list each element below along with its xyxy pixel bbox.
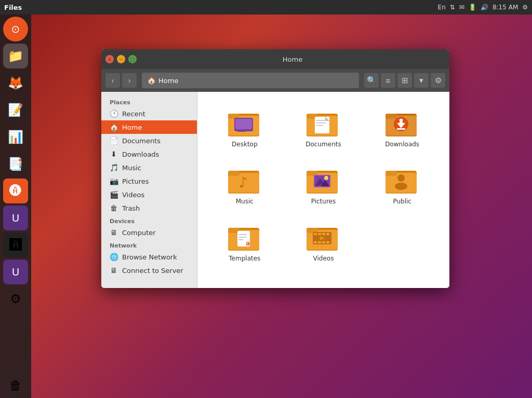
sidebar-item-videos-label: Videos bbox=[122, 191, 144, 199]
server-icon: 🖥 bbox=[110, 266, 118, 275]
file-item-templates[interactable]: a Templates bbox=[208, 216, 282, 268]
firefox-icon: 🦊 bbox=[8, 76, 23, 90]
svg-rect-64 bbox=[314, 241, 317, 243]
sidebar-item-recent-label: Recent bbox=[122, 110, 145, 118]
time-display: 8:15 AM bbox=[493, 4, 518, 11]
grid-view-button[interactable]: ⊞ bbox=[397, 73, 412, 88]
location-bar[interactable]: 🏠 Home bbox=[142, 73, 359, 88]
sidebar-item-documents[interactable]: 📄 Documents bbox=[101, 134, 197, 147]
file-item-music[interactable]: ♪ Music bbox=[208, 159, 282, 211]
ubuntu-one-icon: U bbox=[12, 212, 20, 224]
sidebar-item-home-label: Home bbox=[122, 123, 142, 131]
sidebar-item-home[interactable]: 🏠 Home bbox=[101, 120, 197, 134]
main-content: Places 🕐 Recent 🏠 Home 📄 Documents ⬇ Dow… bbox=[101, 92, 449, 288]
network-icon: 🌐 bbox=[110, 253, 118, 261]
svg-rect-53 bbox=[238, 239, 244, 240]
trash-sidebar-icon: 🗑 bbox=[110, 204, 118, 212]
launcher-item-trash[interactable]: 🗑 bbox=[3, 373, 28, 398]
ubuntu-one-2-icon: U bbox=[12, 266, 20, 278]
gear-button[interactable]: ⚙ bbox=[431, 73, 445, 88]
minimize-button[interactable]: − bbox=[117, 55, 125, 63]
sort-dropdown-button[interactable]: ▾ bbox=[414, 73, 429, 88]
grid-view-icon: ⊞ bbox=[402, 76, 408, 85]
svg-rect-43 bbox=[385, 171, 397, 176]
sidebar-item-music[interactable]: 🎵 Music bbox=[101, 161, 197, 174]
minimize-icon: − bbox=[119, 57, 123, 62]
list-view-button[interactable]: ≡ bbox=[381, 73, 395, 88]
sidebar-item-documents-label: Documents bbox=[122, 137, 161, 145]
sidebar-item-downloads[interactable]: ⬇ Downloads bbox=[101, 147, 197, 161]
file-item-videos[interactable]: Videos bbox=[287, 216, 361, 268]
close-button[interactable]: × bbox=[105, 55, 114, 63]
svg-rect-6 bbox=[240, 129, 244, 131]
launcher-item-ubuntu[interactable]: ⊙ bbox=[3, 17, 28, 42]
titlebar: × − □ Home bbox=[101, 49, 449, 69]
videos-label: Videos bbox=[313, 255, 334, 262]
public-label: Public bbox=[393, 198, 411, 205]
trash-launcher-icon: 🗑 bbox=[9, 378, 22, 393]
topbar-indicators: En ⇅ ✉ 🔋 🔊 8:15 AM ⚙ bbox=[438, 4, 528, 11]
launcher-item-firefox[interactable]: 🦊 bbox=[3, 71, 28, 95]
sidebar-item-computer[interactable]: 🖥 Computer bbox=[101, 226, 197, 239]
sidebar-item-pictures-label: Pictures bbox=[122, 177, 149, 185]
sidebar-item-browse-network[interactable]: 🌐 Browse Network bbox=[101, 250, 197, 264]
sidebar-item-connect-to-server[interactable]: 🖥 Connect to Server bbox=[101, 264, 197, 277]
public-folder-icon bbox=[385, 166, 419, 195]
templates-label: Templates bbox=[229, 255, 260, 262]
svg-rect-15 bbox=[316, 125, 323, 126]
launcher-item-writer[interactable]: 📝 bbox=[3, 98, 28, 122]
calc-icon: 📊 bbox=[8, 130, 23, 144]
downloads-icon: ⬇ bbox=[110, 150, 118, 158]
battery-indicator: 🔋 bbox=[469, 4, 476, 11]
svg-rect-5 bbox=[235, 119, 252, 129]
svg-rect-66 bbox=[322, 241, 325, 243]
svg-rect-21 bbox=[385, 114, 397, 119]
svg-point-45 bbox=[395, 183, 407, 190]
settings-indicator[interactable]: ⚙ bbox=[522, 4, 528, 11]
music-folder-icon: ♪ bbox=[228, 166, 261, 195]
documents-icon: 📄 bbox=[110, 136, 118, 145]
home-icon: 🏠 bbox=[110, 123, 118, 131]
file-item-downloads[interactable]: Downloads bbox=[365, 102, 439, 154]
desktop-folder-icon bbox=[228, 108, 261, 138]
keyboard-indicator: En bbox=[438, 4, 446, 11]
launcher-item-settings[interactable]: ⚙ bbox=[3, 286, 28, 311]
file-item-public[interactable]: Public bbox=[365, 159, 439, 211]
back-button[interactable]: ‹ bbox=[105, 73, 120, 88]
file-item-pictures[interactable]: Pictures bbox=[287, 159, 361, 211]
sidebar-item-trash[interactable]: 🗑 Trash bbox=[101, 201, 197, 215]
launcher-item-ubuntu-one[interactable]: U bbox=[3, 205, 28, 230]
pictures-icon: 📷 bbox=[110, 177, 118, 185]
maximize-button[interactable]: □ bbox=[128, 55, 137, 63]
desktop-label: Desktop bbox=[232, 141, 258, 148]
recent-icon: 🕐 bbox=[110, 109, 118, 118]
launcher-item-amazon[interactable]: 🅰 bbox=[3, 232, 28, 257]
videos-folder-icon bbox=[307, 223, 340, 252]
launcher-item-calc[interactable]: 📊 bbox=[3, 125, 28, 149]
svg-rect-29 bbox=[228, 171, 240, 176]
forward-button[interactable]: › bbox=[122, 73, 137, 88]
file-grid: Desktop Documents bbox=[197, 92, 449, 288]
launcher-item-ubuntu-one-2[interactable]: U bbox=[3, 259, 28, 284]
file-item-documents[interactable]: Documents bbox=[287, 102, 361, 154]
sidebar-item-videos[interactable]: 🎬 Videos bbox=[101, 188, 197, 201]
svg-rect-52 bbox=[238, 237, 247, 238]
file-item-desktop[interactable]: Desktop bbox=[208, 102, 282, 154]
launcher-item-software[interactable]: 🅐 bbox=[3, 179, 28, 203]
pictures-folder-icon bbox=[307, 166, 340, 195]
search-button[interactable]: 🔍 bbox=[364, 73, 379, 88]
toolbar-actions: 🔍 ≡ ⊞ ▾ ⚙ bbox=[364, 73, 445, 88]
window-title: Home bbox=[140, 56, 445, 63]
sidebar-item-pictures[interactable]: 📷 Pictures bbox=[101, 174, 197, 188]
file-manager-window: × − □ Home ‹ › 🏠 Home 🔍 ≡ ⊞ bbox=[101, 49, 449, 288]
launcher-item-files[interactable]: 📁 bbox=[3, 44, 28, 68]
forward-icon: › bbox=[128, 76, 131, 85]
sidebar: Places 🕐 Recent 🏠 Home 📄 Documents ⬇ Dow… bbox=[101, 92, 197, 288]
topbar: Files En ⇅ ✉ 🔋 🔊 8:15 AM ⚙ bbox=[0, 0, 532, 15]
downloads-label: Downloads bbox=[385, 141, 419, 148]
sidebar-item-recent[interactable]: 🕐 Recent bbox=[101, 107, 197, 120]
location-text: Home bbox=[158, 77, 178, 85]
videos-icon: 🎬 bbox=[110, 190, 118, 199]
svg-rect-13 bbox=[316, 120, 326, 121]
launcher-item-impress[interactable]: 📑 bbox=[3, 152, 28, 176]
